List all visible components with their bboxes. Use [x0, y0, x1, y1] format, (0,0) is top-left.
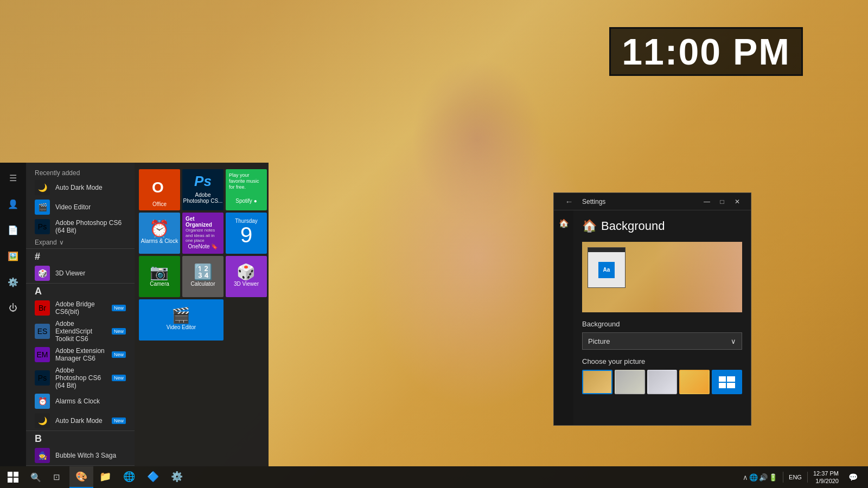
app-icon: 🧙 — [35, 448, 50, 463]
settings-back-button[interactable]: ← — [560, 193, 578, 210]
app-badge: New — [112, 418, 126, 424]
maximize-button[interactable]: □ — [715, 195, 729, 209]
onenote-subtitle: Organize notes and ideas all in one plac… — [186, 228, 220, 243]
section-a: A — [26, 283, 135, 298]
office-logo-icon: O — [148, 175, 171, 199]
tile-photoshop-label: Adobe Photoshop CS... — [182, 192, 224, 204]
user-icon[interactable]: 👤 — [2, 193, 24, 215]
tile-spotify-text: Play your favorite music for free. — [229, 172, 264, 190]
svg-rect-3 — [727, 376, 735, 382]
picture-thumb-1[interactable] — [582, 370, 612, 394]
app-name: Alarms & Clock — [55, 397, 126, 405]
dropdown-arrow-icon: ∨ — [731, 337, 736, 345]
expand-button[interactable]: Expand ∨ — [26, 236, 135, 248]
app-name: Adobe Extension Manager CS6 — [55, 347, 106, 362]
list-item[interactable]: Ps Adobe Photoshop CS6 (64 Bit) — [26, 217, 135, 236]
window-controls: — □ ✕ — [700, 195, 744, 209]
tile-alarms[interactable]: ⏰ Alarms & Clock — [139, 213, 180, 254]
list-item[interactable]: EM Adobe Extension Manager CS6 New — [26, 345, 135, 364]
speaker-icon[interactable]: 🔊 — [759, 473, 768, 481]
pictures-icon[interactable]: 🖼️ — [2, 245, 24, 267]
battery-icon[interactable]: 🔋 — [769, 473, 777, 481]
tile-office-label: Office — [152, 201, 167, 207]
picture-thumb-2[interactable] — [615, 370, 645, 394]
task-view-button[interactable]: ⊡ — [46, 466, 67, 488]
tile-calendar[interactable]: Thursday 9 — [226, 213, 267, 254]
start-left-strip: ☰ 👤 📄 🖼️ ⚙️ ⏻ — [0, 163, 26, 466]
notification-button[interactable]: 💬 — [842, 466, 864, 488]
list-item[interactable]: ES Adobe ExtendScript Toolkit CS6 New — [26, 318, 135, 345]
picture-thumb-5[interactable] — [712, 370, 742, 394]
home-icon: 🏠 — [582, 219, 597, 233]
tile-office[interactable]: O Office — [139, 169, 180, 210]
app-name: Video Editor — [55, 203, 126, 211]
tile-videoeditor[interactable]: 🎬 Video Editor — [139, 299, 224, 341]
background-label: Background — [582, 320, 742, 328]
tile-3dviewer-label: 3D Viewer — [234, 281, 259, 287]
clock-display: 12:37 PM — [813, 470, 839, 477]
power-icon[interactable]: ⏻ — [2, 297, 24, 319]
dropdown-value: Picture — [588, 337, 610, 345]
settings-panel: ← Settings — □ ✕ 🏠 🏠 Background — [553, 192, 751, 426]
app-icon: Ps — [35, 370, 50, 386]
app-icon: ⏰ — [35, 394, 50, 409]
documents-icon[interactable]: 📄 — [2, 219, 24, 241]
taskbar-app-settings[interactable]: ⚙️ — [165, 466, 189, 488]
app-icon: 🌙 — [35, 413, 50, 428]
close-button[interactable]: ✕ — [730, 195, 744, 209]
tile-camera[interactable]: 📷 Camera — [139, 256, 180, 297]
start-button[interactable] — [0, 466, 26, 488]
explorer-taskbar-icon: 📁 — [99, 471, 111, 483]
search-button[interactable]: 🔍 — [26, 466, 46, 488]
hamburger-icon[interactable]: ☰ — [2, 167, 24, 189]
taskbar-app-explorer[interactable]: 📁 — [93, 466, 117, 488]
tile-photoshop[interactable]: Ps Adobe Photoshop CS... — [182, 169, 224, 210]
list-item[interactable]: 🧙 Bubble Witch 3 Saga — [26, 446, 135, 465]
ps-taskbar-icon: 🎨 — [75, 471, 87, 483]
list-item[interactable]: 🎲 3D Viewer — [26, 264, 135, 283]
tile-videoeditor-label: Video Editor — [167, 324, 196, 330]
section-b: B — [26, 431, 135, 446]
page-title-text: Background — [601, 219, 665, 233]
taskbar-clock[interactable]: 12:37 PM 1/9/2020 — [813, 470, 839, 485]
settings-titlebar: ← Settings — □ ✕ — [554, 193, 751, 210]
tile-3dviewer[interactable]: 🎲 3D Viewer — [226, 256, 267, 297]
preview-win-content: Aa — [588, 252, 625, 287]
picture-thumb-4[interactable] — [679, 370, 710, 394]
list-item[interactable]: 🎬 Video Editor — [26, 197, 135, 217]
tile-spotify[interactable]: Play your favorite music for free. Spoti… — [226, 169, 267, 210]
app-name: Adobe ExtendScript Toolkit CS6 — [55, 320, 106, 343]
taskbar-app-photoshop[interactable]: 🎨 — [69, 466, 93, 488]
settings-icon[interactable]: ⚙️ — [2, 271, 24, 293]
list-item[interactable]: Br Adobe Bridge CS6(bit) New — [26, 298, 135, 318]
list-item[interactable]: ⏰ Alarms & Clock — [26, 391, 135, 411]
language-indicator[interactable]: ENG — [789, 474, 802, 480]
background-dropdown[interactable]: Picture ∨ — [582, 332, 742, 350]
settings-sidebar: 🏠 — [554, 210, 573, 425]
minimize-button[interactable]: — — [700, 195, 714, 209]
list-item[interactable]: 🌙 Auto Dark Mode — [26, 178, 135, 197]
list-item[interactable]: 🌙 Auto Dark Mode New — [26, 411, 135, 431]
ps-logo-icon: Ps — [194, 173, 212, 190]
chevron-up-icon[interactable]: ∧ — [743, 473, 748, 481]
recently-added-label: Recently added — [26, 167, 135, 178]
tile-camera-label: Camera — [150, 281, 169, 287]
taskbar-apps: 🎨 📁 🌐 🔷 ⚙️ — [69, 466, 743, 488]
svg-text:O: O — [152, 179, 164, 196]
misc-taskbar-icon: 🔷 — [147, 471, 159, 483]
list-item[interactable]: Ps Adobe Photoshop CS6 (64 Bit) New — [26, 364, 135, 391]
tile-calculator[interactable]: 🔢 Calculator — [182, 256, 224, 297]
settings-home-icon[interactable]: 🏠 — [555, 215, 572, 232]
app-name: Auto Dark Mode — [55, 417, 106, 425]
preview-aa-box: Aa — [598, 262, 615, 278]
taskbar-app-misc[interactable]: 🔷 — [141, 466, 165, 488]
notification-area: ∧ 🌐 🔊 🔋 — [743, 473, 777, 481]
network-icon[interactable]: 🌐 — [749, 473, 758, 481]
app-badge: New — [112, 328, 126, 335]
picture-thumb-3[interactable] — [647, 370, 678, 394]
taskbar-divider-2 — [807, 472, 808, 483]
tiles-area: O Office Ps Adobe Photoshop CS... Play y… — [135, 163, 269, 466]
tile-onenote[interactable]: Get Organized Organize notes and ideas a… — [182, 213, 224, 254]
taskbar-app-chrome[interactable]: 🌐 — [117, 466, 141, 488]
tile-calculator-label: Calculator — [190, 281, 215, 287]
